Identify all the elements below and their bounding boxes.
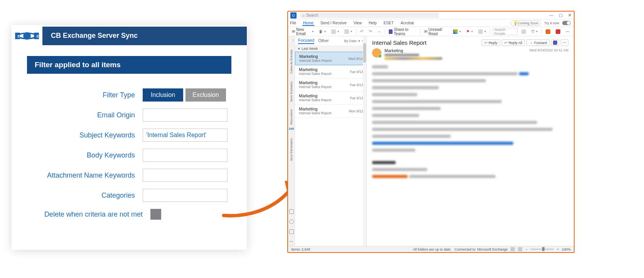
folder-rail: › Caixa de Entrada Itens Enviados Rascun… [288,36,295,246]
exclusion-button[interactable]: Exclusion [185,88,226,102]
zoom-out-button[interactable]: − [525,247,527,251]
archive-icon [331,29,336,34]
mail-item[interactable]: Marketing Internal Sales Report Wed 9/14 [295,52,366,65]
list-scrollbar[interactable] [363,36,366,246]
categorize-button[interactable]: ▾ [452,28,462,35]
rail-people-icon[interactable] [289,219,294,224]
addins-button[interactable] [544,28,552,35]
rail-tasks-icon[interactable] [289,229,294,234]
archive-button[interactable]: ▾ [330,28,341,35]
unread-read-button[interactable]: ✉Unread/ Read [423,28,449,35]
subject-keywords-label: Subject Keywords [27,131,143,139]
cb-sync-logo-icon: E E [12,27,42,44]
redo-button[interactable]: ↷ [367,28,373,35]
reading-subject: Internal Sales Report [372,39,482,46]
outlook-app-icon: O [290,12,297,19]
minimize-button[interactable]: — [549,13,553,18]
reply-button[interactable]: ↩Reply [482,39,500,46]
teams-chat-button[interactable] [551,39,559,46]
mail-item[interactable]: Marketing Internal Sales Report Mon 9/12 [295,105,366,118]
trash-icon: 🗑 [319,29,323,34]
search-input[interactable]: ⌕ Search [300,12,439,18]
flag-button[interactable]: ⚑▾ [465,28,474,35]
rail-sent[interactable]: Itens Enviados [290,81,293,102]
view-normal-icon[interactable] [511,247,515,251]
status-item-count: Items: 2,948 [291,247,310,251]
mail-date: Mon 9/12 [349,109,363,113]
filter-email-button[interactable]: ▽▾ [530,28,539,35]
undo-button[interactable]: ↶ [359,28,365,35]
rail-deleted[interactable]: Itens Eliminados [290,138,293,161]
attachment-keywords-input[interactable] [143,169,228,182]
address-book-button[interactable] [520,28,528,35]
tab-other[interactable]: Other [318,38,329,44]
mail-date: Tue 9/13 [350,70,363,74]
tab-focused[interactable]: Focused [298,38,314,44]
apps-icon [556,29,560,34]
forward-icon: → [529,41,533,45]
rules-button[interactable]: ▾ [477,28,487,35]
svg-text:E: E [18,34,20,38]
rail-drafts[interactable]: Rascunhos [290,109,293,125]
view-reading-icon[interactable] [518,247,522,251]
address-book-icon [521,29,526,34]
attachment-keywords-label: Attachment Name Keywords [27,171,143,180]
rail-mail-icon[interactable] [289,209,294,214]
mail-date: Tue 9/13 [350,83,363,87]
menu-bar: File Home Send / Receive View Help ESET … [288,19,574,27]
status-folders: All folders are up to date. [413,247,452,251]
rail-more-icon[interactable]: ⋯ [289,239,293,244]
menu-acrobat[interactable]: Acrobat [400,20,415,26]
menu-send-receive[interactable]: Send / Receive [320,20,347,26]
menu-home[interactable]: Home [302,20,314,26]
move-button[interactable]: ▾ [343,28,354,35]
more-actions-button[interactable]: ⋯ [561,39,568,46]
sort-by-date[interactable]: By Date ▾ ↑ [344,39,363,43]
forward-button[interactable]: →Forward [526,39,550,46]
rail-expand-icon[interactable]: › [293,38,294,42]
mail-item[interactable]: Marketing Internal Sales Report Tue 9/13 [295,65,366,78]
reading-pane: Internal Sales Report ↩Reply ↩Reply All … [367,36,574,246]
search-placeholder: Search [306,13,319,17]
delete-button[interactable]: 🗑▾ [317,28,327,35]
outlook-window: O ⌕ Search — ▢ ✕ File Home Send / Receiv… [287,11,575,253]
mail-date: Tue 9/13 [350,96,363,100]
rail-inbox[interactable]: Caixa de Entrada [290,50,293,74]
delete-criteria-checkbox[interactable] [150,209,161,220]
blurred-recipient [384,57,442,60]
filter-type-label: Filter Type [27,91,143,99]
menu-help[interactable]: Help [368,20,378,26]
try-it-now-toggle[interactable] [562,21,571,25]
message-list: Focused Other By Date ▾ ↑ ▾Last Week Mar… [295,36,367,246]
zoom-slider[interactable] [531,249,554,250]
share-to-teams-button[interactable]: Share to Teams [387,28,418,35]
menu-file[interactable]: File [289,20,297,26]
inclusion-button[interactable]: Inclusion [143,88,183,102]
body-keywords-label: Body Keywords [27,151,143,159]
email-origin-input[interactable] [143,108,228,122]
forward-nav-button[interactable]: → [376,28,383,35]
close-button[interactable]: ✕ [568,13,572,18]
rail-deleted-count: 105 [289,127,294,131]
list-section-last-week[interactable]: ▾Last Week [295,46,366,52]
email-origin-label: Email Origin [27,111,143,119]
menu-view[interactable]: View [353,20,363,26]
mail-item[interactable]: Marketing Internal Sales Report Tue 9/13 [295,78,366,92]
status-connection: Connected to: Microsoft Exchange [455,247,508,251]
zoom-in-button[interactable]: + [557,247,559,251]
coming-soon-badge[interactable]: 💡 Coming Soon [511,20,541,26]
categories-label: Categories [27,192,143,200]
more-button[interactable]: ⋯ [564,28,572,35]
chevron-down-icon: ▾ [298,47,300,51]
reply-all-button[interactable]: ↩Reply All [502,39,525,46]
new-email-button[interactable]: ✉New Email▾ [290,28,315,35]
apps-button[interactable] [554,28,562,35]
maximize-button[interactable]: ▢ [559,13,563,18]
rules-icon [478,29,483,34]
menu-eset[interactable]: ESET [383,20,394,26]
subject-keywords-input[interactable] [143,129,228,142]
categories-input[interactable] [143,189,228,202]
mail-item[interactable]: Marketing Internal Sales Report Tue 9/13 [295,92,366,105]
search-people-input[interactable]: Search People [492,29,518,35]
body-keywords-input[interactable] [143,149,228,162]
